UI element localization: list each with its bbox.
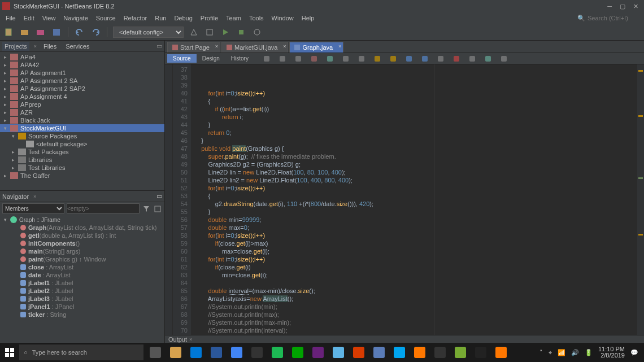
navigator-member[interactable]: close : ArrayList	[0, 263, 164, 271]
new-file-button[interactable]	[3, 27, 15, 38]
maximize-button[interactable]: ▢	[620, 3, 625, 10]
menu-profile[interactable]: Profile	[197, 14, 221, 23]
taskbar-app[interactable]	[288, 343, 307, 362]
editor-tool-icon[interactable]	[372, 53, 383, 64]
menu-refactor[interactable]: Refactor	[120, 14, 151, 23]
taskbar-app[interactable]	[349, 343, 368, 362]
taskbar-app[interactable]	[146, 343, 165, 362]
editor-tool-icon[interactable]	[403, 53, 415, 64]
close-icon[interactable]: ×	[33, 194, 36, 199]
filter-icon[interactable]	[142, 203, 151, 215]
project-item[interactable]: ▸AP Assignment 2 SAP2	[0, 85, 164, 93]
tray-chevron-icon[interactable]: ˄	[539, 349, 543, 356]
editor-subtab-source[interactable]: Source	[167, 54, 197, 63]
taskbar-search[interactable]: ○ Type here to search	[19, 344, 143, 360]
project-item[interactable]: ▸APprep	[0, 101, 164, 108]
taskbar-app[interactable]	[166, 343, 185, 362]
menu-source[interactable]: Source	[93, 14, 119, 23]
editor-tool-icon[interactable]	[451, 53, 462, 64]
navigator-root[interactable]: ▾Graph :: JFrame	[0, 216, 164, 224]
navigator-member[interactable]: paint(Graphics g) ↑ Window	[0, 255, 164, 263]
project-item[interactable]: <default package>	[0, 140, 164, 148]
clean-build-button[interactable]	[204, 27, 215, 38]
save-all-button[interactable]	[51, 27, 62, 38]
menu-file[interactable]: File	[2, 14, 19, 23]
editor-tab[interactable]: Graph.java×	[289, 42, 343, 53]
project-item[interactable]: ▸The Gaffer	[0, 172, 164, 180]
project-item[interactable]: ▸APA42	[0, 61, 164, 69]
taskbar-app[interactable]	[410, 343, 429, 362]
project-item[interactable]: ▸AZR	[0, 108, 164, 116]
editor-tool-icon[interactable]	[356, 53, 367, 64]
navigator-member[interactable]: jLabel1 : JLabel	[0, 279, 164, 287]
build-button[interactable]	[188, 27, 199, 38]
taskbar-app[interactable]	[308, 343, 328, 362]
navigator-tree[interactable]: ▾Graph :: JFrameGraph(ArrayList clos, Ar…	[0, 216, 164, 343]
project-item[interactable]: ▸Ap Assignment 4	[0, 93, 164, 101]
global-search[interactable]: 🔍	[577, 15, 642, 22]
editor-tab[interactable]: Start Page×	[167, 42, 220, 53]
project-item[interactable]: ▸AP Assignment1	[0, 69, 164, 77]
project-item[interactable]: ▸Libraries	[0, 156, 164, 164]
taskbar-app[interactable]	[268, 343, 287, 362]
editor-subtab-design[interactable]: Design	[197, 54, 225, 63]
editor-tool-icon[interactable]	[340, 53, 351, 64]
tray-battery-icon[interactable]: 🔋	[585, 349, 593, 356]
code-area[interactable]: for(int i=0;isize();i++) { if ((int)a==l…	[191, 64, 637, 335]
undo-button[interactable]	[74, 27, 85, 38]
tray-wifi-icon[interactable]: 📶	[558, 349, 565, 356]
tray-volume-icon[interactable]: 🔊	[571, 349, 579, 356]
profile-button[interactable]	[251, 27, 263, 38]
taskbar-app[interactable]	[227, 343, 246, 362]
navigator-member[interactable]: jLabel2 : JLabel	[0, 287, 164, 295]
panel-minimize-icon[interactable]: ▭	[156, 42, 162, 50]
taskbar-app[interactable]	[207, 343, 226, 362]
taskbar-app[interactable]	[430, 343, 450, 362]
taskbar-app[interactable]	[186, 343, 206, 362]
menu-window[interactable]: Window	[268, 14, 297, 23]
editor-subtab-history[interactable]: History	[225, 54, 254, 63]
search-input[interactable]	[588, 15, 638, 21]
project-item[interactable]: ▾Source Packages	[0, 132, 164, 140]
menu-run[interactable]: Run	[151, 14, 169, 23]
menu-team[interactable]: Team	[223, 14, 245, 23]
editor-tool-icon[interactable]	[324, 53, 336, 64]
menu-edit[interactable]: Edit	[20, 14, 38, 23]
taskbar-app[interactable]	[369, 343, 389, 362]
navigator-member[interactable]: initComponents()	[0, 239, 164, 247]
editor-tool-icon[interactable]	[388, 53, 399, 64]
close-icon[interactable]: ×	[215, 43, 218, 49]
menu-view[interactable]: View	[39, 14, 59, 23]
editor-tool-icon[interactable]	[277, 53, 288, 64]
taskbar-clock[interactable]: 11:10 PM 2/8/2019	[598, 346, 625, 359]
menu-help[interactable]: Help	[298, 14, 318, 23]
project-item[interactable]: ▾StockMarketGUI	[0, 124, 164, 132]
history-icon[interactable]	[153, 203, 162, 215]
tab-services[interactable]: Services	[63, 42, 92, 51]
navigator-member[interactable]: getI(double a, ArrayList list) : int	[0, 232, 164, 239]
project-item[interactable]: ▸Test Libraries	[0, 164, 164, 172]
run-button[interactable]	[220, 27, 231, 38]
navigator-member[interactable]: Graph(ArrayList clos, ArrayList dat, Str…	[0, 224, 164, 232]
debug-button[interactable]	[236, 27, 247, 38]
taskbar-app[interactable]	[390, 343, 409, 362]
close-icon[interactable]: ×	[283, 43, 286, 49]
close-icon[interactable]: ×	[34, 43, 37, 49]
editor-tool-icon[interactable]	[467, 53, 478, 64]
navigator-member[interactable]: jPanel1 : JPanel	[0, 303, 164, 311]
navigator-member[interactable]: ticker : String	[0, 311, 164, 319]
editor-tab[interactable]: MarketGUI.java×	[221, 42, 288, 53]
taskbar-app[interactable]	[471, 343, 490, 362]
new-project-button[interactable]	[19, 27, 31, 38]
project-tree[interactable]: ▸APa4▸APA42▸AP Assignment1▸AP Assignment…	[0, 52, 164, 190]
editor-tool-icon[interactable]	[293, 53, 304, 64]
project-item[interactable]: ▸APa4	[0, 53, 164, 61]
error-stripe[interactable]	[637, 64, 644, 335]
editor-tool-icon[interactable]	[435, 53, 446, 64]
close-button[interactable]: ✕	[633, 3, 638, 10]
project-item[interactable]: ▸Test Packages	[0, 148, 164, 156]
tab-projects[interactable]: Projects	[2, 42, 29, 51]
start-button[interactable]	[0, 343, 19, 362]
editor-tool-icon[interactable]	[419, 53, 430, 64]
panel-minimize-icon[interactable]: ▭	[156, 193, 162, 200]
